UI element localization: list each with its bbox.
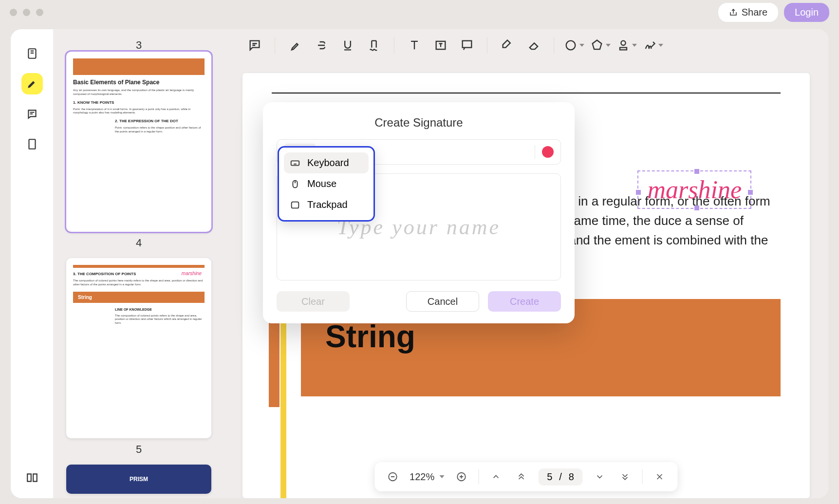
thumbnail-page-5[interactable]: 3. THE COMPOSITION OF POINTS marshine Th… [66, 258, 211, 438]
last-page-button[interactable] [617, 468, 634, 485]
chevron-down-icon [439, 475, 444, 478]
mouse-icon [290, 179, 300, 189]
close-bar-button[interactable] [652, 468, 668, 485]
option-label: Mouse [307, 178, 336, 189]
cancel-button[interactable]: Cancel [406, 291, 479, 312]
underline-button[interactable] [336, 34, 359, 56]
eraser-icon [527, 38, 541, 52]
text-icon [408, 38, 421, 52]
thumbnail-page-6[interactable]: PRISM [66, 465, 211, 494]
ink-pen-button[interactable] [496, 34, 519, 56]
double-chevron-up-icon [516, 472, 526, 482]
close-icon [655, 472, 665, 482]
signature-annotation[interactable]: marshine [637, 170, 751, 209]
keyboard-icon [290, 158, 300, 168]
page-separator: / [559, 471, 562, 483]
strikethrough-button[interactable] [310, 34, 333, 56]
callout-button[interactable] [456, 34, 478, 56]
squiggly-icon [367, 38, 381, 52]
chevron-down-icon [632, 44, 637, 47]
current-page: 5 [547, 471, 552, 483]
highlight-button[interactable] [284, 34, 306, 56]
thumbnails-tab[interactable] [21, 43, 43, 64]
close-window-icon[interactable] [10, 9, 17, 16]
login-button[interactable]: Login [784, 3, 829, 22]
svg-point-5 [621, 41, 625, 45]
clear-button[interactable]: Clear [277, 291, 350, 312]
highlight-icon [288, 38, 302, 52]
squiggly-button[interactable] [363, 34, 385, 56]
input-mode-mouse[interactable]: Mouse [284, 173, 369, 194]
ink-pen-icon [501, 38, 514, 52]
shape-oval-button[interactable] [563, 34, 585, 56]
shape-oval-icon [564, 38, 578, 52]
signature-button[interactable] [642, 34, 664, 56]
traffic-lights [10, 9, 43, 16]
annotation-toolbar [224, 29, 828, 61]
input-mode-keyboard[interactable]: Keyboard [284, 152, 369, 173]
input-mode-trackpad[interactable]: Trackpad [284, 194, 369, 215]
zoom-out-button[interactable] [384, 468, 401, 485]
page-rule [272, 93, 781, 93]
zoom-level-dropdown[interactable]: 122% [410, 471, 444, 483]
reader-tab[interactable] [21, 467, 43, 488]
plus-circle-icon [456, 471, 466, 482]
option-label: Keyboard [307, 157, 349, 168]
minimize-window-icon[interactable] [23, 9, 30, 16]
thumb-number: 5 [66, 443, 211, 456]
first-page-button[interactable] [513, 468, 529, 485]
chevron-down-icon [606, 44, 611, 47]
signature-text: marshine [647, 176, 742, 204]
svg-rect-3 [463, 41, 472, 48]
page-thumbnails-icon [26, 47, 38, 60]
shape-polygon-button[interactable] [589, 34, 612, 56]
comment-button[interactable] [243, 34, 266, 56]
chevron-down-icon [579, 44, 584, 47]
share-icon [729, 8, 738, 17]
thumbnail-page-4[interactable]: Basic Elements of Plane Space Any art po… [66, 52, 211, 232]
textbox-button[interactable] [429, 34, 452, 56]
annotate-tab[interactable] [21, 103, 43, 125]
chevron-up-icon [491, 472, 501, 482]
textbox-icon [434, 38, 447, 52]
highlight-tab[interactable] [21, 73, 43, 94]
thumbnail-item[interactable]: Basic Elements of Plane Space Any art po… [66, 52, 211, 249]
thumbnail-panel: 3 Basic Elements of Plane Space Any art … [54, 29, 224, 498]
chevron-down-icon [595, 472, 605, 482]
thumb-number: 3 [66, 39, 211, 52]
svg-point-4 [566, 41, 576, 50]
create-button[interactable]: Create [488, 291, 561, 312]
signature-color-picker[interactable] [542, 146, 554, 158]
svg-rect-1 [29, 139, 35, 149]
maximize-window-icon[interactable] [36, 9, 43, 16]
input-mode-menu: Keyboard Mouse Trackpad [278, 146, 375, 222]
string-heading: String [325, 319, 415, 354]
thumbnail-item[interactable]: 3. THE COMPOSITION OF POINTS marshine Th… [66, 258, 211, 456]
next-page-button[interactable] [592, 468, 608, 485]
pages-tab[interactable] [21, 133, 43, 155]
zoom-in-button[interactable] [453, 468, 469, 485]
svg-rect-11 [292, 202, 299, 208]
thumb-title: Basic Elements of Plane Space [73, 79, 205, 86]
window-titlebar: Share Login [0, 0, 839, 24]
total-pages: 8 [569, 471, 574, 483]
strikethrough-icon [315, 38, 328, 52]
prev-page-button[interactable] [487, 468, 504, 485]
underline-icon [341, 38, 354, 52]
shape-polygon-icon [590, 38, 604, 52]
page-number-input[interactable]: 5 / 8 [538, 468, 583, 485]
text-button[interactable] [403, 34, 426, 56]
page-icon [26, 138, 38, 150]
trackpad-icon [290, 200, 300, 210]
thumb-number: 4 [66, 237, 211, 249]
thumbnail-item[interactable]: PRISM [66, 465, 211, 494]
login-label: Login [795, 7, 819, 18]
svg-rect-9 [291, 161, 299, 165]
modal-title: Create Signature [263, 116, 575, 130]
eraser-button[interactable] [522, 34, 545, 56]
view-controls-bar: 122% 5 / 8 [374, 462, 678, 491]
chevron-down-icon [658, 44, 663, 47]
share-button[interactable]: Share [718, 3, 778, 22]
double-chevron-down-icon [620, 472, 630, 482]
stamp-button[interactable] [615, 34, 638, 56]
